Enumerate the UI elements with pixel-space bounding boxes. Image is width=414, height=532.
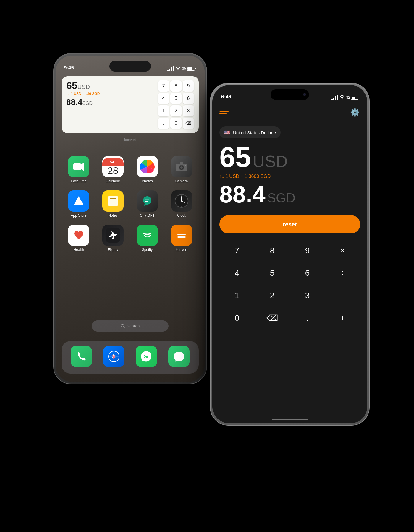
key-1[interactable]: 1 [219,284,255,307]
battery-num-front: 32 [346,95,350,100]
flighty-icon [102,225,124,246]
widget-key-backspace[interactable]: ⌫ [183,118,194,129]
key-multiply[interactable]: × [325,239,360,262]
key-7[interactable]: 7 [219,239,255,262]
widget-key-1[interactable]: 1 [158,105,169,116]
hamburger-button[interactable] [219,111,229,114]
key-6[interactable]: 6 [290,262,325,284]
widget-rate: ↑↓ 1 USD : 1.36 SGD [66,92,155,96]
key-4[interactable]: 4 [219,262,255,284]
app-row-3: Health Flighty [62,225,199,252]
reset-button[interactable]: reset [219,215,360,233]
search-bar[interactable]: Search [92,320,169,332]
status-time-back: 9:45 [64,65,74,71]
app-clock[interactable]: Clock [168,190,195,218]
dynamic-island-back [109,61,151,72]
widget-key-2[interactable]: 2 [170,105,182,116]
key-2[interactable]: 2 [255,284,290,307]
battery-fill-back [187,67,192,70]
widget-key-8[interactable]: 8 [170,80,182,92]
phone-back: 9:45 35 [53,53,207,384]
app-photos[interactable]: Photos [134,156,161,183]
dock-messages[interactable] [166,346,192,369]
konvert-label: konvert [176,248,187,252]
widget-keypad: 7 8 9 4 5 6 1 2 3 . 0 ⌫ [158,80,194,129]
photos-label: Photos [142,179,153,183]
chevron-down-icon: ▾ [275,130,276,134]
dock-safari[interactable] [101,346,127,369]
key-0[interactable]: 0 [219,307,255,329]
dock [62,341,199,374]
widget-key-5[interactable]: 5 [170,93,182,104]
dock-safari-icon [103,346,124,367]
front-signal-bar-4 [337,95,338,100]
key-5[interactable]: 5 [255,262,290,284]
key-dot[interactable]: . [290,307,325,329]
app-health[interactable]: Health [65,225,92,252]
facetime-label: FaceTime [71,179,87,183]
signal-bar-4 [173,66,174,71]
chatgpt-icon [137,190,158,212]
main-amount-display: 65USD [219,143,360,171]
key-backspace[interactable]: ⌫ [255,307,290,329]
settings-button[interactable]: ⚙️ [350,107,360,118]
wifi-icon-back [176,66,180,71]
rate-arrow: ↑↓ [219,174,224,179]
widget-key-4[interactable]: 4 [158,93,169,104]
app-spotify[interactable]: Spotify [134,225,161,252]
app-appstore[interactable]: App Store [65,190,92,218]
input-currency-code: USD [253,152,288,171]
app-notes[interactable]: Notes [100,190,126,218]
app-facetime[interactable]: FaceTime [65,156,92,183]
calendar-top: SAT [102,158,124,166]
wifi-icon-front [340,95,345,100]
clock-label: Clock [177,213,186,218]
widget-key-7[interactable]: 7 [158,80,169,92]
calendar-icon: SAT 28 [102,156,124,177]
currency-selector[interactable]: 🇺🇸 United States Dollar ▾ [219,126,281,138]
spotify-icon [137,225,158,246]
app-calendar[interactable]: SAT 28 Calendar [100,156,126,183]
widget-key-dot[interactable]: . [158,118,169,129]
notes-icon [102,190,124,212]
app-content: ⚙️ 🇺🇸 United States Dollar ▾ 65USD ↑↓ 1 … [212,102,367,423]
app-camera[interactable]: Camera [168,156,195,183]
konvert-widget[interactable]: 65USD ↑↓ 1 USD : 1.36 SGD 88.4SGD 7 8 9 [62,76,199,133]
front-signal-bar-3 [335,96,336,100]
app-header: ⚙️ [219,107,360,118]
key-8[interactable]: 8 [255,239,290,262]
svg-point-6 [180,166,183,169]
key-3[interactable]: 3 [290,284,325,307]
hamburger-line-2 [219,113,227,114]
app-flighty[interactable]: Flighty [100,225,126,252]
front-signal-bar-2 [333,98,334,100]
dock-phone[interactable] [68,346,95,369]
app-row-2: App Store Notes [62,190,199,218]
widget-label: konvert [62,138,199,142]
svg-rect-9 [76,203,82,204]
widget-key-0[interactable]: 0 [170,118,182,129]
app-chatgpt[interactable]: ChatGPT [134,190,161,218]
phone-front-screen: 6:46 32 [212,85,367,423]
appstore-label: App Store [71,213,86,218]
svg-rect-27 [177,236,186,238]
converted-number: 88.4 [219,181,266,207]
widget-key-3[interactable]: 3 [183,105,194,116]
app-konvert[interactable]: konvert [168,225,195,252]
currency-flag: 🇺🇸 [224,129,231,136]
svg-rect-26 [177,234,186,235]
widget-key-6[interactable]: 6 [183,93,194,104]
scene: 9:45 35 [44,30,370,502]
widget-key-9[interactable]: 9 [183,80,194,92]
battery-num-back: 35 [182,66,186,71]
key-9[interactable]: 9 [290,239,325,262]
svg-rect-12 [110,200,116,200]
status-time-front: 6:46 [221,94,231,100]
key-plus[interactable]: + [325,307,360,329]
key-divide[interactable]: ÷ [325,262,360,284]
signal-bars-back [167,66,174,71]
dock-whatsapp[interactable] [133,346,160,369]
svg-line-29 [124,327,124,328]
key-minus[interactable]: - [325,284,360,307]
search-text: Search [127,324,140,328]
